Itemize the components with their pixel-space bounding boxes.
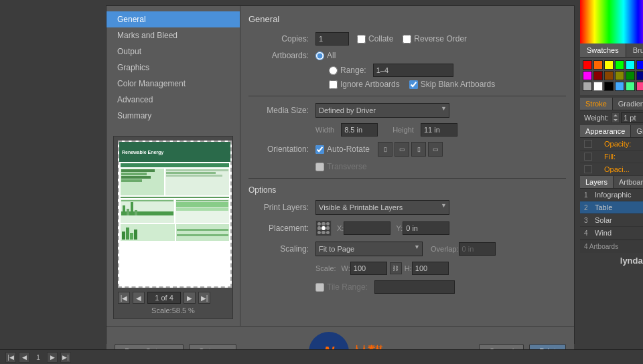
- swatch-mint[interactable]: [626, 82, 635, 91]
- media-size-select[interactable]: Defined by Driver: [315, 103, 449, 118]
- weight-label: Weight:: [584, 114, 609, 122]
- vis-icon[interactable]: [584, 140, 592, 148]
- chain-icon[interactable]: ⛓: [390, 262, 402, 274]
- weight-input[interactable]: [621, 112, 643, 123]
- first-page-btn[interactable]: |◀: [118, 292, 130, 304]
- nav-item-summary[interactable]: Summary: [106, 108, 240, 124]
- dialog-form: General Copies: Collate Reverse Order: [240, 6, 574, 326]
- w-input[interactable]: [350, 262, 387, 275]
- swatch-darkgreen[interactable]: [626, 71, 635, 80]
- height-input[interactable]: [421, 123, 457, 136]
- media-size-label: Media Size:: [248, 106, 309, 115]
- swatch-red[interactable]: [583, 60, 592, 70]
- print-btn[interactable]: Print: [529, 344, 566, 349]
- swatch-blue[interactable]: [636, 60, 643, 70]
- nav-item-marks-bleed[interactable]: Marks and Bleed: [106, 27, 240, 43]
- copies-input[interactable]: [315, 32, 349, 46]
- h-input[interactable]: [412, 262, 449, 275]
- swatch-orange[interactable]: [593, 60, 603, 70]
- fill-label: Fill:: [604, 153, 643, 161]
- skip-blank-label[interactable]: Skip Blank Artboards: [409, 80, 495, 89]
- collate-label[interactable]: Collate: [357, 34, 393, 43]
- overlap-input[interactable]: [459, 242, 496, 256]
- setup-btn[interactable]: Setup...: [189, 344, 236, 349]
- swatch-darkred[interactable]: [593, 71, 603, 80]
- copies-label: Copies:: [248, 34, 309, 43]
- opacity-label: Opacity:: [604, 140, 643, 148]
- ignore-artboards-label[interactable]: Ignore Artboards: [329, 80, 400, 89]
- auto-rotate-label[interactable]: Auto-Rotate: [315, 145, 370, 154]
- swatch-black[interactable]: [604, 82, 614, 91]
- nav-item-output[interactable]: Output: [106, 43, 240, 60]
- fill-vis-icon[interactable]: [584, 153, 592, 161]
- swatch-magenta[interactable]: [583, 71, 592, 80]
- portrait-flip-btn[interactable]: ▯: [411, 142, 426, 157]
- portrait-btn[interactable]: ▯: [378, 142, 392, 157]
- swatch-darkblue[interactable]: [636, 71, 643, 80]
- opacity2-label: Opaci...: [604, 165, 643, 173]
- range-input[interactable]: [373, 64, 453, 77]
- tab-gradient[interactable]: Gradient: [613, 98, 643, 110]
- all-radio[interactable]: [315, 52, 324, 60]
- reverse-order-checkbox[interactable]: [403, 35, 411, 43]
- transverse-label[interactable]: Transverse: [315, 162, 367, 171]
- swatch-brown[interactable]: [604, 71, 614, 80]
- cancel-btn[interactable]: Cancel: [479, 344, 524, 349]
- next-page-btn[interactable]: ▶: [184, 292, 196, 304]
- swatch-yellow[interactable]: [604, 60, 614, 70]
- tile-range-label[interactable]: Tile Range:: [315, 280, 455, 294]
- nav-item-color-management[interactable]: Color Management: [106, 76, 240, 92]
- nav-item-advanced[interactable]: Advanced: [106, 92, 240, 108]
- y-input[interactable]: [403, 221, 449, 235]
- layers-item-2[interactable]: 2 Table: [580, 201, 643, 214]
- width-input[interactable]: [341, 123, 378, 136]
- collate-checkbox[interactable]: [357, 35, 366, 43]
- reverse-order-label[interactable]: Reverse Order: [403, 34, 467, 43]
- tab-artboard[interactable]: Artboard: [614, 176, 643, 188]
- landscape-btn[interactable]: ▭: [395, 142, 409, 157]
- layers-item-3[interactable]: 3 Solar: [580, 214, 643, 227]
- range-radio[interactable]: [329, 66, 338, 75]
- opacity2-vis-icon[interactable]: [584, 165, 592, 173]
- swatch-cyan[interactable]: [626, 60, 635, 70]
- swatch-lightblue[interactable]: [615, 82, 624, 91]
- weight-spinner[interactable]: [612, 112, 620, 123]
- last-page-btn[interactable]: ▶|: [198, 292, 210, 304]
- tab-graph[interactable]: Grap...: [631, 125, 643, 137]
- bottom-prev-btn[interactable]: ◀: [19, 352, 29, 363]
- prev-page-btn[interactable]: ◀: [133, 292, 145, 304]
- all-radio-label[interactable]: All: [315, 51, 495, 60]
- tab-layers[interactable]: Layers: [580, 176, 614, 188]
- tab-swatches[interactable]: Swatches: [580, 43, 626, 57]
- swatch-gray[interactable]: [583, 82, 592, 91]
- tab-brushes[interactable]: Brushes: [626, 43, 643, 57]
- tab-stroke[interactable]: Stroke: [580, 98, 613, 110]
- preview-image: Renewable Energy: [118, 141, 232, 288]
- print-layers-select[interactable]: Visible & Printable Layers: [315, 200, 449, 215]
- tab-appearance[interactable]: Appearance: [580, 125, 631, 137]
- landscape-flip-btn[interactable]: ▭: [428, 142, 443, 157]
- auto-rotate-checkbox[interactable]: [315, 145, 324, 154]
- bottom-page-num: 1: [36, 353, 40, 361]
- page-input[interactable]: 1 of 4: [147, 292, 181, 304]
- range-radio-label[interactable]: Range:: [329, 64, 495, 77]
- swatch-green[interactable]: [615, 60, 624, 70]
- skip-blank-checkbox[interactable]: [409, 80, 418, 89]
- nav-item-general[interactable]: General: [106, 11, 240, 27]
- placement-icon[interactable]: [315, 220, 332, 236]
- layers-item-4[interactable]: 4 Wind: [580, 227, 643, 240]
- ignore-artboards-checkbox[interactable]: [329, 80, 338, 89]
- nav-item-graphics[interactable]: Graphics: [106, 60, 240, 76]
- swatch-white[interactable]: [593, 82, 603, 91]
- bottom-next-btn[interactable]: ▶: [47, 352, 58, 363]
- x-input[interactable]: [344, 221, 390, 235]
- swatch-olive[interactable]: [615, 71, 624, 80]
- layers-item-1[interactable]: 1 Infographic: [580, 189, 643, 201]
- scaling-select[interactable]: Fit to Page: [315, 242, 423, 256]
- stroke-gradient-tabs: Stroke Gradient: [580, 98, 643, 110]
- bottom-last-btn[interactable]: ▶|: [60, 352, 71, 363]
- bottom-first-btn[interactable]: |◀: [5, 352, 16, 363]
- page-setup-btn[interactable]: Page Setup...: [115, 344, 184, 349]
- layer-name-4: Wind: [595, 229, 643, 237]
- swatch-pink[interactable]: [636, 82, 643, 91]
